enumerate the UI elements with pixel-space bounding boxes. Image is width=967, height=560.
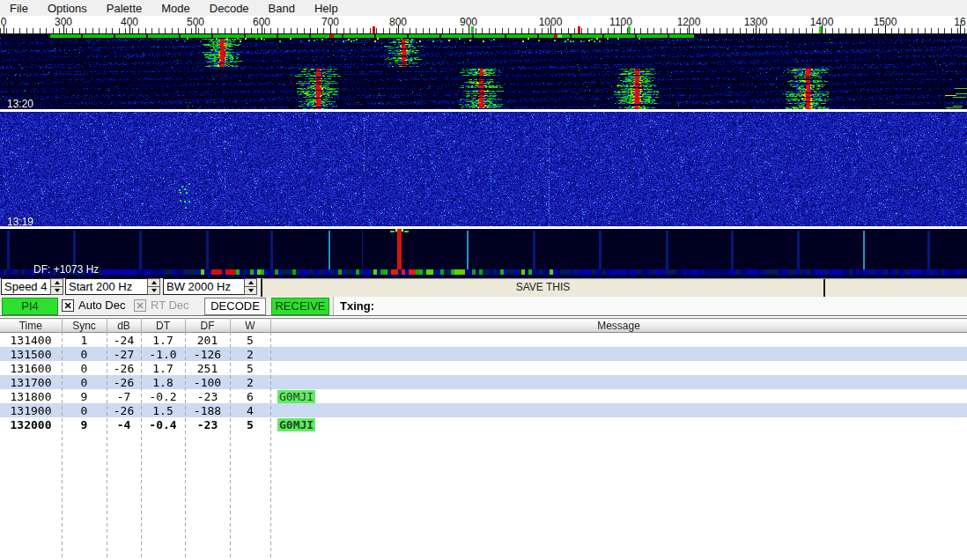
table-row[interactable]: 1314001-241.72015	[0, 333, 967, 348]
start-down-button[interactable]	[147, 286, 160, 295]
menu-item-options[interactable]: Options	[38, 1, 97, 16]
menu-item-file[interactable]: File	[0, 1, 38, 16]
cell-db: -7	[107, 389, 141, 403]
waterfall-display[interactable]: 13:20 13:19 DF: +1073 Hz	[0, 33, 967, 278]
ruler-major-tick	[885, 25, 886, 33]
spinner-row: Speed 4 Start 200 Hz BW 2000 Hz SAVE THI…	[0, 278, 967, 297]
cell-sync: 0	[62, 403, 107, 417]
table-row[interactable]: 1319000-261.5-1884	[0, 403, 967, 417]
menu-item-decode[interactable]: Decode	[200, 1, 259, 16]
cell-w: 5	[230, 361, 270, 375]
cell-db: -24	[107, 333, 141, 348]
cell-db: -26	[107, 403, 141, 417]
cell-w: 2	[230, 347, 270, 361]
ruler-major-tick	[621, 25, 622, 33]
cell-message: G0MJI	[270, 389, 967, 403]
cell-df: -23	[185, 389, 230, 403]
txing-label: Txing:	[340, 299, 374, 313]
column-separator	[230, 332, 231, 560]
cell-w: 5	[230, 417, 270, 431]
frequency-ruler: 0300400500600700800900100011001200130014…	[0, 16, 967, 34]
up-arrow-icon	[248, 281, 254, 284]
rt-dec-label: RT Dec	[151, 298, 189, 312]
checkbox-checked-disabled-icon: ✕	[134, 299, 146, 312]
cell-message	[270, 361, 967, 375]
cell-sync: 9	[62, 417, 107, 431]
cell-time: 131500	[0, 347, 62, 361]
save-this-button[interactable]: SAVE THIS	[262, 279, 825, 297]
cell-dt: -0.2	[141, 389, 185, 403]
speed-down-button[interactable]	[50, 286, 63, 295]
column-header-dt: DT	[141, 319, 185, 333]
table-row[interactable]: 1318009-7-0.2-236G0MJI	[0, 389, 967, 403]
cell-df: 201	[185, 333, 230, 348]
cell-db: -27	[107, 347, 141, 361]
app-window: FileOptionsPaletteModeDecodeBandHelp 030…	[0, 0, 967, 560]
table-row[interactable]: 1317000-261.8-1002	[0, 375, 967, 389]
timestamp-top: 13:20	[7, 99, 33, 109]
cell-db: -4	[107, 417, 141, 431]
bandwidth-field[interactable]: BW 2000 Hz	[163, 278, 245, 295]
save-bar-empty-button[interactable]	[825, 279, 967, 297]
menu-item-band[interactable]: Band	[259, 1, 305, 16]
table-body: 1314001-241.720151315000-27-1.0-12621316…	[0, 333, 967, 432]
auto-dec-checkbox[interactable]: ✕ Auto Dec	[62, 298, 125, 312]
ruler-major-tick	[550, 25, 551, 33]
speed-field[interactable]: Speed 4	[1, 278, 51, 295]
callsign-highlight: G0MJI	[277, 418, 315, 431]
up-arrow-icon	[151, 281, 157, 284]
column-header-df: DF	[185, 319, 230, 333]
mode-pi4-button[interactable]: PI4	[2, 298, 58, 315]
ruler-colored-mark	[578, 26, 580, 33]
ruler-major-tick	[960, 25, 961, 33]
cell-dt: 1.7	[141, 361, 185, 375]
receive-button[interactable]: RECEIVE	[271, 298, 329, 315]
cell-sync: 0	[62, 375, 107, 389]
cell-df: 251	[185, 361, 230, 375]
table-row[interactable]: 1315000-27-1.0-1262	[0, 347, 967, 361]
up-arrow-icon	[55, 281, 60, 284]
cell-sync: 0	[62, 347, 107, 361]
menu-item-palette[interactable]: Palette	[97, 1, 151, 16]
menu-item-help[interactable]: Help	[305, 1, 348, 16]
table-header-row: TimeSyncdBDTDFWMessage	[0, 319, 967, 333]
cell-message: G0MJI	[270, 417, 967, 431]
ruler-colored-mark	[628, 26, 631, 33]
cell-dt: 1.8	[141, 375, 185, 389]
ruler-major-tick	[196, 25, 196, 33]
column-header-message: Message	[270, 319, 967, 333]
cell-sync: 1	[62, 333, 107, 348]
bw-spinner	[244, 278, 257, 295]
cell-sync: 9	[62, 389, 107, 403]
auto-dec-label: Auto Dec	[78, 298, 125, 312]
cell-message	[270, 375, 967, 389]
table-row[interactable]: 1320009-4-0.4-235G0MJI	[0, 417, 967, 431]
cell-time: 131600	[0, 361, 62, 375]
down-arrow-icon	[151, 289, 157, 292]
rt-dec-checkbox[interactable]: ✕ RT Dec	[134, 298, 189, 312]
ruler-major-tick	[398, 25, 399, 33]
decode-table-area: TimeSyncdBDTDFWMessage 1314001-241.72015…	[0, 318, 967, 431]
cell-dt: -1.0	[141, 347, 185, 361]
ruler-major-tick	[129, 25, 130, 33]
down-arrow-icon	[248, 289, 254, 292]
speed-spinner	[50, 278, 63, 295]
start-freq-field[interactable]: Start 200 Hz	[65, 278, 148, 295]
menu-item-mode[interactable]: Mode	[151, 1, 200, 16]
column-header-time: Time	[0, 319, 62, 333]
column-separator	[270, 332, 271, 560]
cell-message	[270, 333, 967, 348]
bw-down-button[interactable]	[244, 286, 257, 295]
decode-table: TimeSyncdBDTDFWMessage 1314001-241.72015…	[0, 318, 967, 431]
table-row[interactable]: 1316000-261.72515	[0, 361, 967, 375]
ruler-colored-mark	[819, 26, 822, 33]
cell-w: 4	[230, 403, 270, 417]
cell-df: -126	[185, 347, 230, 361]
column-separator	[185, 332, 186, 560]
ruler-colored-mark	[373, 26, 375, 33]
ruler-major-tick	[330, 25, 331, 33]
waterfall-canvas[interactable]	[0, 33, 967, 278]
cell-df: -188	[185, 403, 230, 417]
control-row: PI4 ✕ Auto Dec ✕ RT Dec DECODE RECEIVE T…	[0, 297, 967, 316]
decode-button[interactable]: DECODE	[204, 298, 266, 315]
